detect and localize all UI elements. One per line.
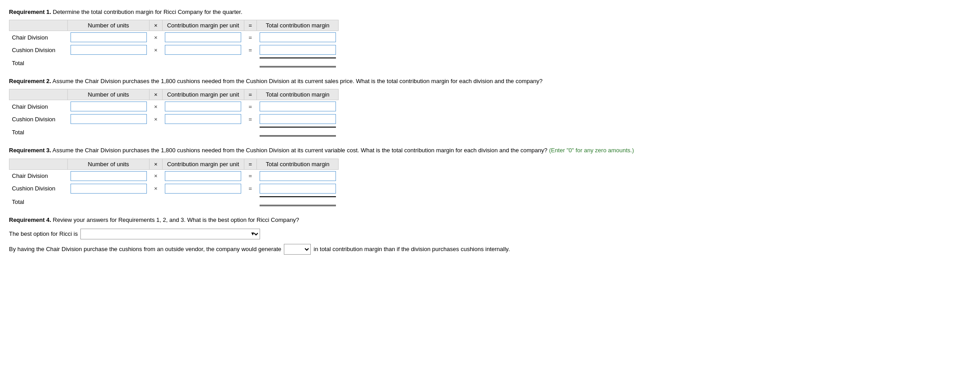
req2-chair-units-input[interactable] (71, 102, 147, 111)
req2-col-eq: = (244, 89, 257, 100)
req1-col-total: Total contribution margin (257, 20, 339, 31)
req3-chair-total-cell (257, 169, 339, 182)
req3-cushion-units-cell (68, 182, 150, 195)
req2-cushion-total-input[interactable] (260, 114, 336, 124)
req1-cushion-label: Cushion Division (9, 44, 68, 56)
req3-chair-units-cell (68, 169, 150, 182)
req1-chair-total-input[interactable] (260, 32, 336, 42)
req4-line1-prefix: The best option for Ricci is (9, 229, 78, 239)
req2-cushion-x-op: × (150, 113, 163, 125)
req3-chair-units-input[interactable] (71, 171, 147, 181)
req1-title-normal: Determine the total contribution margin … (51, 9, 243, 15)
req3-cushion-margin-cell (162, 182, 244, 195)
req1-cushion-margin-input[interactable] (165, 45, 241, 55)
req3-title: Requirement 3. Assume the Chair Division… (9, 146, 971, 155)
req1-chair-margin-input[interactable] (165, 32, 241, 42)
req2-chair-total-input[interactable] (260, 102, 336, 111)
requirement-1-section: Requirement 1. Determine the total contr… (9, 8, 971, 70)
req4-title: Requirement 4. Review your answers for R… (9, 216, 971, 224)
req1-cushion-units-cell (68, 44, 150, 56)
req1-chair-label: Chair Division (9, 31, 68, 44)
req4-line2: By having the Chair Division purchase th… (9, 244, 971, 255)
req3-chair-margin-input[interactable] (165, 171, 241, 181)
table-row: Cushion Division × = (9, 182, 339, 195)
req2-table: Number of units × Contribution margin pe… (9, 89, 339, 139)
req1-chair-units-input[interactable] (71, 32, 147, 42)
req2-cushion-units-input[interactable] (71, 114, 147, 124)
req2-col-margin: Contribution margin per unit (162, 89, 244, 100)
table-row: Cushion Division × = (9, 44, 339, 56)
req2-chair-eq-op: = (244, 100, 257, 113)
req2-title-normal: Assume the Chair Division purchases the … (51, 78, 543, 84)
req2-chair-margin-cell (162, 100, 244, 113)
req1-chair-x-op: × (150, 31, 163, 44)
req3-col-units: Number of units (68, 159, 150, 169)
req1-chair-total-cell (257, 31, 339, 44)
req3-cushion-margin-input[interactable] (165, 184, 241, 194)
req2-chair-units-cell (68, 100, 150, 113)
req1-cushion-units-input[interactable] (71, 45, 147, 55)
req3-chair-total-input[interactable] (260, 171, 336, 181)
table-row: Cushion Division × = (9, 113, 339, 125)
req1-cushion-total-input[interactable] (260, 45, 336, 55)
req3-cushion-units-input[interactable] (71, 184, 147, 194)
req2-col-units: Number of units (68, 89, 150, 100)
req1-total-box (260, 57, 336, 67)
req2-table-section: Number of units × Contribution margin pe… (9, 89, 971, 139)
req1-col-margin: Contribution margin per unit (162, 20, 244, 31)
req2-cushion-units-cell (68, 113, 150, 125)
req3-title-bold: Requirement 3. (9, 147, 51, 154)
req1-col-units: Number of units (68, 20, 150, 31)
req1-col-label (9, 20, 68, 31)
req1-table: Number of units × Contribution margin pe… (9, 20, 339, 70)
table-row: Total (9, 125, 339, 139)
req3-col-label (9, 159, 68, 169)
req1-total-cell (257, 56, 339, 70)
req2-chair-x-op: × (150, 100, 163, 113)
req3-table-section: Number of units × Contribution margin pe… (9, 159, 971, 209)
req1-col-eq: = (244, 20, 257, 31)
req2-chair-label: Chair Division (9, 100, 68, 113)
req3-cushion-eq-op: = (244, 182, 257, 195)
table-row: Chair Division × = (9, 100, 339, 113)
req1-cushion-x-op: × (150, 44, 163, 56)
req4-line2-prefix: By having the Chair Division purchase th… (9, 244, 281, 254)
table-row: Chair Division × = (9, 169, 339, 182)
req3-chair-margin-cell (162, 169, 244, 182)
req1-col-x: × (150, 20, 163, 31)
req4-best-option-select[interactable] (80, 229, 260, 239)
req2-cushion-label: Cushion Division (9, 113, 68, 125)
req2-cushion-total-cell (257, 113, 339, 125)
req2-chair-total-cell (257, 100, 339, 113)
req3-col-total: Total contribution margin (257, 159, 339, 169)
req1-cushion-margin-cell (162, 44, 244, 56)
req3-cushion-total-input[interactable] (260, 184, 336, 194)
req3-chair-label: Chair Division (9, 169, 68, 182)
req2-col-x: × (150, 89, 163, 100)
req3-chair-x-op: × (150, 169, 163, 182)
req3-table: Number of units × Contribution margin pe… (9, 159, 339, 209)
requirement-4-section: Requirement 4. Review your answers for R… (9, 216, 971, 255)
req3-cushion-x-op: × (150, 182, 163, 195)
req3-title-note: (Enter "0" for any zero amounts.) (547, 147, 634, 154)
req3-col-eq: = (244, 159, 257, 169)
table-row: Total (9, 195, 339, 209)
req4-comparison-select[interactable] (284, 244, 311, 255)
req2-cushion-margin-cell (162, 113, 244, 125)
req2-col-label (9, 89, 68, 100)
req3-title-normal: Assume the Chair Division purchases the … (51, 147, 547, 154)
req3-col-x: × (150, 159, 163, 169)
req2-cushion-margin-input[interactable] (165, 114, 241, 124)
req1-chair-eq-op: = (244, 31, 257, 44)
req3-cushion-total-cell (257, 182, 339, 195)
req1-cushion-eq-op: = (244, 44, 257, 56)
requirement-2-section: Requirement 2. Assume the Chair Division… (9, 77, 971, 139)
table-row: Total (9, 56, 339, 70)
req3-total-label: Total (9, 195, 68, 209)
req2-total-cell (257, 125, 339, 139)
req2-total-box (260, 127, 336, 137)
requirement-3-section: Requirement 3. Assume the Chair Division… (9, 146, 971, 208)
req1-table-section: Number of units × Contribution margin pe… (9, 20, 971, 70)
req3-cushion-label: Cushion Division (9, 182, 68, 195)
req2-chair-margin-input[interactable] (165, 102, 241, 111)
